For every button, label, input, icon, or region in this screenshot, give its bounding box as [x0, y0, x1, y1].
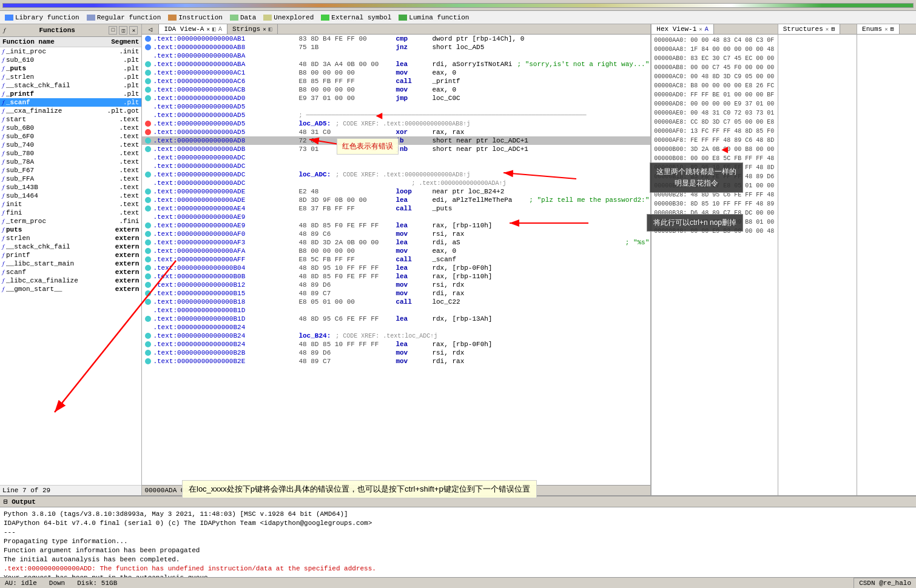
- function-row-17[interactable]: 𝑓 sub_1464 .text: [0, 192, 141, 200]
- function-row-3[interactable]: 𝑓 _strlen .plt: [0, 73, 141, 81]
- function-row-27[interactable]: 𝑓 _libc_cxa_finalize extern: [0, 276, 141, 285]
- asm-bytes: 48 8D 85 10 FF FF FF: [298, 341, 396, 348]
- func-name: sub_780: [6, 150, 96, 157]
- ida-content[interactable]: .text:00000000000000AB1 83 8D B4 FE FF 0…: [142, 35, 650, 485]
- functions-close-btn[interactable]: ✕: [129, 26, 138, 35]
- function-row-25[interactable]: 𝑓 __libc_start_main extern: [0, 259, 141, 268]
- function-row-28[interactable]: 𝑓 __gmon_start__ extern: [0, 285, 141, 293]
- tab-hex-view[interactable]: Hex View-1 ✕ A: [652, 24, 713, 34]
- func-seg: .init: [96, 48, 139, 55]
- asm-dot: [145, 146, 151, 152]
- func-icon: 𝑓: [2, 91, 4, 98]
- asm-mnem: lea: [396, 341, 432, 348]
- function-row-7[interactable]: 𝑓 __cxa_finalize .plt.got: [0, 107, 141, 115]
- function-row-4[interactable]: 𝑓 __stack_chk_fail .plt: [0, 81, 141, 90]
- asm-line[interactable]: .text:00000000000000AD0 E9 37 01 00 00 j…: [142, 94, 650, 102]
- asm-line[interactable]: .text:00000000000000AD5 48 31 C0 xor rax…: [142, 128, 650, 136]
- function-row-24[interactable]: 𝑓 printf extern: [0, 251, 141, 259]
- asm-operands: rdi, aS: [432, 239, 620, 246]
- functions-title: Functions: [39, 27, 75, 34]
- func-icon: 𝑓: [2, 286, 4, 293]
- function-row-18[interactable]: 𝑓 init .text: [0, 200, 141, 209]
- asm-line[interactable]: .text:00000000000000B18 E8 05 01 00 00 c…: [142, 298, 650, 306]
- function-row-26[interactable]: 𝑓 scanf extern: [0, 268, 141, 276]
- asm-line[interactable]: .text:00000000000000B12 48 89 D6 mov rsi…: [142, 281, 650, 289]
- asm-line[interactable]: .text:00000000000000B0B 48 8D 85 F0 FE F…: [142, 272, 650, 281]
- function-row-8[interactable]: 𝑓 start .text: [0, 115, 141, 124]
- asm-line[interactable]: .text:00000000000000AF3 48 8D 3D 2A 0B 0…: [142, 238, 650, 247]
- tab-strings[interactable]: Strings ✕ ◧: [227, 24, 278, 34]
- func-name: strlen: [6, 235, 96, 242]
- functions-list[interactable]: 𝑓 _init_proc .init𝑓 sub_610 .plt𝑓 _puts …: [0, 47, 141, 485]
- output-line: Python 3.8.10 (tags/v3.8.10:3d8993a, May…: [4, 510, 912, 519]
- tab-structures-close[interactable]: ✕: [826, 26, 829, 33]
- asm-line[interactable]: .text:00000000000000ABA 48 8D 3A A4 0B 0…: [142, 60, 650, 68]
- asm-line[interactable]: .text:00000000000000B15 48 89 C7 mov rdi…: [142, 289, 650, 298]
- asm-line[interactable]: .text:00000000000000AF0 48 89 C6 mov rsi…: [142, 230, 650, 238]
- functions-minimize-btn[interactable]: □: [109, 26, 117, 35]
- asm-line[interactable]: .text:00000000000000AB1 83 8D B4 FE FF 0…: [142, 35, 650, 43]
- function-row-12[interactable]: 𝑓 sub_780 .text: [0, 149, 141, 158]
- function-row-1[interactable]: 𝑓 sub_610 .plt: [0, 56, 141, 64]
- asm-line[interactable]: .text:00000000000000AC1 B8 00 00 00 00 m…: [142, 68, 650, 77]
- tab-ida-view-a[interactable]: IDA View-A ✕ ◧ A: [159, 24, 227, 34]
- tab-enums-close[interactable]: ✕: [884, 26, 887, 33]
- asm-line[interactable]: .text:00000000000000AFA B8 00 00 00 00 m…: [142, 247, 650, 255]
- legend-lumina-label: Lumina function: [409, 14, 469, 21]
- asm-line[interactable]: .text:00000000000000B04 48 8D 95 10 FF F…: [142, 264, 650, 272]
- asm-line[interactable]: .text:00000000000000AE9 48 8D 85 F0 FE F…: [142, 221, 650, 230]
- legend-external: External symbol: [321, 14, 391, 21]
- asm-line-b24-label: .text:00000000000000B24 loc_B24: ; CODE …: [142, 332, 650, 340]
- asm-line[interactable]: .text:00000000000000AB8 75 1B jnz short …: [142, 43, 650, 52]
- function-row-10[interactable]: 𝑓 sub_6F0 .text: [0, 132, 141, 141]
- asm-line[interactable]: .text:00000000000000B1D 48 8D 95 C6 FE F…: [142, 315, 650, 323]
- output-content[interactable]: Python 3.8.10 (tags/v3.8.10:3d8993a, May…: [0, 507, 916, 577]
- function-row-23[interactable]: 𝑓 __stack_chk_fail extern: [0, 242, 141, 251]
- asm-line: .text:00000000000000ADC: [142, 162, 650, 170]
- hex-content[interactable]: 00000AA0: 00 00 48 83 C4 08 C3 0F 00000A…: [652, 35, 777, 495]
- function-row-13[interactable]: 𝑓 sub_78A .text: [0, 158, 141, 166]
- func-name: __gmon_start__: [6, 286, 96, 293]
- function-row-0[interactable]: 𝑓 _init_proc .init: [0, 47, 141, 56]
- function-row-9[interactable]: 𝑓 sub_6B0 .text: [0, 124, 141, 132]
- asm-mnem: call: [396, 298, 432, 306]
- asm-line[interactable]: .text:00000000000000ADE 8D 3D 9F 0B 00 0…: [142, 196, 650, 204]
- tab-ida-view-a-close[interactable]: ✕: [206, 26, 209, 33]
- nav-back-btn[interactable]: ◁: [142, 24, 159, 34]
- tab-enums[interactable]: Enums ✕ ⊞: [857, 24, 899, 34]
- asm-line[interactable]: .text:00000000000000ACB B8 00 00 00 00 m…: [142, 85, 650, 94]
- main-layout: 𝑓 Functions □ ◫ ✕ Function name Segment …: [0, 24, 916, 495]
- asm-ref: ; CODE XREF: .text:loc_ADC↑j: [335, 333, 437, 339]
- asm-dot: [145, 36, 151, 42]
- asm-line[interactable]: .text:00000000000000B2E 48 89 C7 mov rdi…: [142, 357, 650, 366]
- asm-line[interactable]: .text:00000000000000B24 48 8D 85 10 FF F…: [142, 340, 650, 349]
- function-row-20[interactable]: 𝑓 _term_proc .fini: [0, 217, 141, 226]
- function-row-15[interactable]: 𝑓 sub_FFA .text: [0, 175, 141, 183]
- function-row-19[interactable]: 𝑓 fini .text: [0, 209, 141, 217]
- function-row-5[interactable]: 𝑓 _printf .plt: [0, 90, 141, 98]
- tab-structures[interactable]: Structures ✕ ⊞: [778, 24, 840, 34]
- function-row-2[interactable]: 𝑓 _puts .plt: [0, 64, 141, 73]
- asm-line[interactable]: .text:00000000000000B2B 48 89 D6 mov rsi…: [142, 349, 650, 357]
- function-row-6[interactable]: 𝑓 _scanf .plt: [0, 98, 141, 107]
- asm-mnem: lea: [396, 315, 432, 322]
- function-row-16[interactable]: 𝑓 sub_143B .text: [0, 183, 141, 192]
- function-row-11[interactable]: 𝑓 sub_740 .text: [0, 141, 141, 149]
- function-row-21[interactable]: 𝑓 puts extern: [0, 226, 141, 234]
- tab-hex-close[interactable]: ✕: [699, 26, 702, 33]
- function-row-14[interactable]: 𝑓 sub_F67 .text: [0, 166, 141, 175]
- func-icon: 𝑓: [2, 193, 4, 199]
- asm-line-loop[interactable]: .text:00000000000000ADE E2 48 loop near …: [142, 187, 650, 196]
- asm-line[interactable]: .text:00000000000000AFF E8 5C FB FF FF c…: [142, 255, 650, 264]
- legend-data: Data: [230, 14, 256, 21]
- functions-float-btn[interactable]: ◫: [119, 26, 127, 35]
- annotation-same-jump: 这里两个跳转都是一样的明显是花指令: [650, 162, 743, 193]
- function-row-22[interactable]: 𝑓 strlen extern: [0, 234, 141, 242]
- asm-line[interactable]: .text:00000000000000AC6 E8 85 FB FF FF c…: [142, 77, 650, 85]
- asm-line[interactable]: .text:00000000000000AE4 E8 37 FB FF FF c…: [142, 204, 650, 213]
- asm-mnem: lea: [396, 222, 432, 229]
- tab-strings-close[interactable]: ✕: [263, 26, 266, 33]
- asm-operands: eax, 0: [432, 69, 649, 76]
- func-name: sub_610: [6, 56, 96, 64]
- legend-external-color: [321, 15, 329, 21]
